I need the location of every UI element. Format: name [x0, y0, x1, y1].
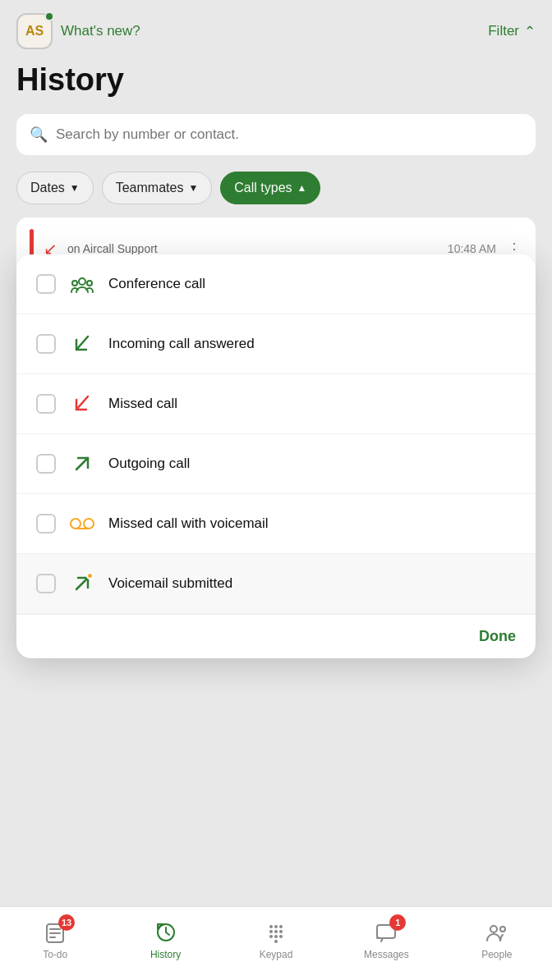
done-row: Done — [16, 614, 536, 658]
missed-call-label: Missed call — [108, 396, 177, 412]
svg-point-2 — [87, 281, 92, 286]
top-bar-left: AS What's new? — [16, 13, 140, 49]
messages-badge: 1 — [389, 914, 406, 931]
nav-item-history[interactable]: History — [110, 919, 220, 960]
avatar-initials: AS — [25, 24, 44, 39]
filter-pills: Dates ▼ Teammates ▼ Call types ▲ — [0, 172, 552, 218]
voicemail-submitted-checkbox[interactable] — [36, 574, 56, 593]
filter-button[interactable]: Filter ⌃ — [488, 23, 536, 40]
svg-point-24 — [274, 940, 278, 943]
missed-call-type-icon — [69, 391, 95, 417]
call-type-incoming-answered[interactable]: Incoming call answered — [16, 314, 536, 374]
nav-item-todo[interactable]: 13 To-do — [0, 919, 110, 960]
todo-nav-label: To-do — [43, 949, 67, 960]
top-bar: AS What's new? Filter ⌃ — [0, 0, 552, 56]
svg-point-15 — [269, 925, 273, 928]
incoming-answered-checkbox[interactable] — [36, 334, 56, 354]
svg-line-9 — [76, 578, 88, 589]
svg-point-22 — [274, 935, 278, 938]
keypad-nav-label: Keypad — [260, 949, 293, 960]
svg-point-6 — [71, 519, 80, 529]
conference-icon — [69, 271, 95, 297]
svg-point-26 — [490, 926, 497, 932]
nav-item-keypad[interactable]: Keypad — [221, 919, 331, 960]
conference-checkbox[interactable] — [36, 274, 56, 294]
call-type-missed-voicemail[interactable]: Missed call with voicemail — [16, 494, 536, 554]
teammates-pill-label: Teammates — [116, 181, 184, 195]
search-icon: 🔍 — [30, 126, 48, 144]
svg-point-21 — [269, 935, 273, 938]
people-icon-wrap — [484, 919, 510, 946]
todo-icon-wrap: 13 — [42, 919, 68, 946]
call-types-dropdown: Conference call Incoming call answered M… — [16, 254, 536, 658]
search-box: 🔍 — [16, 114, 536, 155]
call-types-pill[interactable]: Call types ▲ — [220, 172, 320, 204]
nav-item-messages[interactable]: 1 Messages — [331, 919, 441, 960]
whats-new-link[interactable]: What's new? — [61, 23, 140, 39]
call-type-outgoing[interactable]: Outgoing call — [16, 434, 536, 494]
svg-point-1 — [72, 281, 77, 286]
voicemail-submitted-label: Voicemail submitted — [108, 575, 232, 592]
avatar-status-dot — [44, 11, 54, 21]
dates-chevron-icon: ▼ — [70, 182, 80, 194]
incoming-answered-icon — [69, 331, 95, 357]
keypad-icon-wrap — [263, 919, 289, 946]
nav-item-people[interactable]: People — [442, 919, 552, 960]
search-input[interactable] — [56, 126, 522, 143]
dates-pill-label: Dates — [30, 181, 65, 195]
svg-point-20 — [279, 930, 283, 933]
teammates-chevron-icon: ▼ — [188, 182, 198, 194]
call-types-chevron-icon: ▲ — [297, 182, 307, 194]
outgoing-call-type-icon — [69, 451, 95, 477]
missed-checkbox[interactable] — [36, 394, 56, 414]
teammates-pill[interactable]: Teammates ▼ — [102, 172, 213, 204]
call-item-sub-1: on Aircall Support — [67, 242, 438, 255]
svg-point-16 — [274, 925, 278, 928]
svg-line-3 — [76, 337, 88, 350]
search-container: 🔍 — [0, 114, 552, 172]
bottom-nav: 13 To-do History — [0, 906, 552, 980]
svg-point-27 — [500, 927, 505, 932]
done-button[interactable]: Done — [479, 628, 516, 645]
conference-call-label: Conference call — [108, 276, 205, 292]
call-type-conference[interactable]: Conference call — [16, 254, 536, 314]
history-nav-label: History — [150, 949, 181, 960]
voicemail-submitted-icon — [69, 570, 95, 597]
call-type-missed[interactable]: Missed call — [16, 374, 536, 434]
chevron-up-icon: ⌃ — [524, 23, 536, 40]
missed-voicemail-label: Missed call with voicemail — [108, 515, 269, 532]
messages-nav-label: Messages — [364, 949, 409, 960]
incoming-answered-label: Incoming call answered — [108, 336, 255, 352]
svg-point-17 — [279, 925, 283, 928]
svg-point-0 — [79, 278, 85, 285]
call-type-voicemail-submitted[interactable]: Voicemail submitted — [16, 554, 536, 614]
svg-point-23 — [279, 935, 283, 938]
filter-label: Filter — [488, 23, 519, 39]
missed-voicemail-checkbox[interactable] — [36, 514, 56, 534]
messages-icon-wrap: 1 — [373, 919, 399, 946]
outgoing-call-label: Outgoing call — [108, 456, 190, 472]
history-icon-wrap — [153, 919, 179, 946]
svg-point-19 — [274, 930, 278, 933]
people-nav-label: People — [481, 949, 512, 960]
todo-badge: 13 — [58, 914, 75, 931]
dates-pill[interactable]: Dates ▼ — [16, 172, 94, 204]
call-item-time-1: 10:48 AM — [448, 242, 496, 255]
page-title: History — [0, 56, 552, 114]
avatar[interactable]: AS — [16, 13, 53, 49]
call-item-info-1: on Aircall Support — [67, 242, 438, 255]
call-types-pill-label: Call types — [234, 181, 292, 195]
missed-voicemail-icon — [69, 511, 95, 537]
svg-line-5 — [76, 458, 88, 469]
outgoing-checkbox[interactable] — [36, 454, 56, 474]
svg-point-7 — [84, 519, 94, 529]
svg-point-18 — [269, 930, 273, 933]
svg-line-4 — [76, 396, 88, 410]
